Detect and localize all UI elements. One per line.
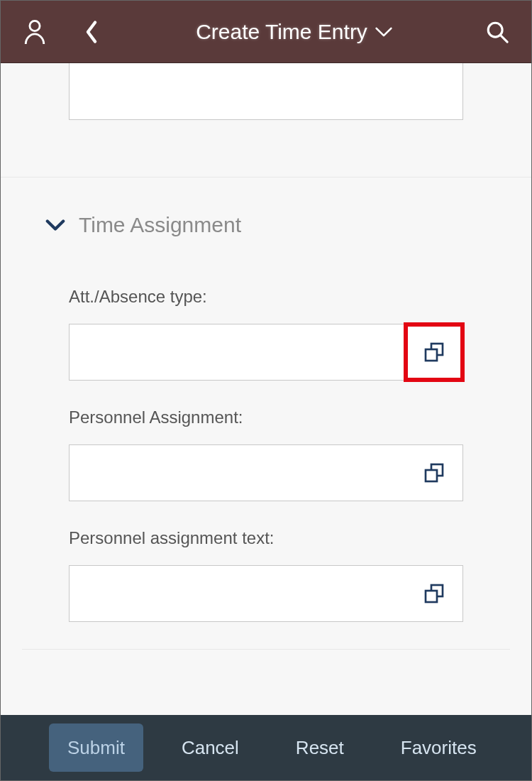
chevron-down-icon	[45, 219, 65, 231]
back-button[interactable]	[70, 20, 113, 44]
input-wrap	[69, 324, 463, 381]
personnel-assignment-value-help-button[interactable]	[406, 445, 462, 501]
content-area: Time Assignment Att./Absence type: Perso…	[1, 63, 531, 715]
value-help-icon	[423, 462, 445, 484]
chevron-left-icon	[84, 20, 99, 44]
reset-button[interactable]: Reset	[277, 723, 362, 772]
field-att-absence: Att./Absence type:	[69, 287, 463, 381]
section-divider	[22, 649, 510, 650]
field-label: Personnel assignment text:	[69, 528, 463, 548]
section-title: Time Assignment	[79, 213, 241, 237]
field-personnel-assignment: Personnel Assignment:	[69, 408, 463, 501]
personnel-assignment-text-input[interactable]	[70, 566, 406, 621]
input-wrap	[69, 444, 463, 501]
profile-button[interactable]	[13, 18, 56, 45]
svg-line-2	[500, 35, 507, 42]
app-header: Create Time Entry	[1, 1, 531, 63]
svg-rect-8	[426, 591, 437, 602]
page-title: Create Time Entry	[196, 20, 367, 44]
search-icon	[485, 20, 509, 44]
svg-point-0	[30, 21, 40, 31]
personnel-assignment-input[interactable]	[70, 445, 406, 501]
value-help-icon	[423, 341, 445, 364]
fields-container: Att./Absence type: Personnel Assignment:	[1, 237, 531, 622]
personnel-assignment-text-value-help-button[interactable]	[406, 566, 462, 621]
value-help-icon	[423, 582, 445, 605]
svg-rect-4	[426, 349, 437, 361]
cancel-button[interactable]: Cancel	[163, 723, 257, 772]
field-label: Att./Absence type:	[69, 287, 463, 307]
submit-button[interactable]: Submit	[49, 723, 143, 772]
section-header[interactable]: Time Assignment	[1, 178, 531, 237]
field-personnel-assignment-text: Personnel assignment text:	[69, 528, 463, 622]
search-button[interactable]	[476, 20, 519, 44]
footer-toolbar: Submit Cancel Reset Favorites	[1, 715, 531, 780]
svg-rect-6	[426, 470, 437, 481]
person-icon	[23, 18, 47, 45]
chevron-down-icon	[375, 26, 393, 38]
att-absence-value-help-button[interactable]	[406, 324, 462, 380]
previous-field-input[interactable]	[69, 63, 463, 120]
input-wrap	[69, 565, 463, 622]
page-title-dropdown[interactable]: Create Time Entry	[113, 20, 476, 44]
section-collapse-toggle[interactable]	[45, 214, 66, 236]
field-label: Personnel Assignment:	[69, 408, 463, 427]
att-absence-input[interactable]	[70, 324, 406, 380]
favorites-button[interactable]: Favorites	[382, 723, 495, 772]
